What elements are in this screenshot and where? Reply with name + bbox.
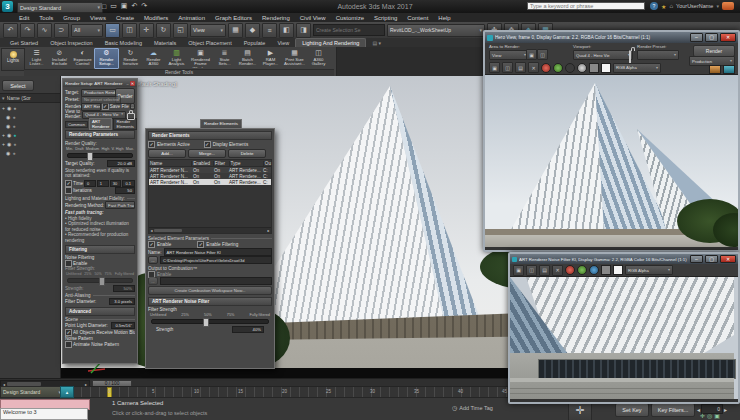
maximize-icon[interactable]: ▢: [705, 255, 718, 263]
preset-dropdown[interactable]: No preset selected▾: [81, 96, 121, 104]
iterations-checkbox[interactable]: [65, 187, 72, 194]
close-icon[interactable]: ✕: [130, 81, 135, 86]
maxscript-listener-white[interactable]: Welcome to 3: [0, 408, 88, 420]
tab-render-elements[interactable]: Render Elements: [113, 118, 136, 130]
explorer-select-button[interactable]: Select: [2, 80, 34, 91]
select-region-icon[interactable]: ◫: [122, 23, 137, 38]
element-path-field[interactable]: C:\Desktop\Projects\UiteForce\GeletsDraw…: [160, 256, 272, 264]
menu-content[interactable]: Content: [402, 15, 433, 21]
element-enable-checkbox[interactable]: ✓: [148, 241, 155, 248]
menu-animation[interactable]: Animation: [173, 15, 210, 21]
table-row[interactable]: ART Renderer N... On On ART Rendere... C…: [149, 167, 271, 173]
ribbon-btn-ram-player[interactable]: ▶ RAM Player...: [259, 49, 282, 68]
visibility-eye-icon[interactable]: ◉: [7, 132, 11, 138]
workspace-apply-button[interactable]: ▴: [60, 386, 74, 398]
visibility-eye-icon[interactable]: ◉: [6, 150, 10, 156]
render-quality-slider[interactable]: [67, 153, 133, 158]
create-combustion-workspace-button[interactable]: Create Combustion Workspace Now...: [148, 286, 272, 295]
user-menu-caret-icon[interactable]: ▾: [716, 3, 719, 9]
maximize-icon[interactable]: ▢: [705, 33, 718, 42]
signin-user[interactable]: YourUserName: [676, 3, 713, 9]
alpha-channel-button[interactable]: [601, 265, 611, 275]
blue-channel-button[interactable]: [589, 265, 599, 275]
explorer-row[interactable]: ◉ ●: [0, 121, 60, 130]
ribbon-btn-light-lister[interactable]: ☰ Light Lister...: [25, 49, 48, 68]
layer-dropdown[interactable]: RevitLOD_.._WorkSheetUp▾: [387, 24, 485, 37]
lock-view-icon[interactable]: [127, 113, 135, 120]
target-quality-spinner[interactable]: 20.0 dB: [107, 160, 135, 167]
thumb-swatch-teal[interactable]: [723, 65, 735, 74]
explorer-row[interactable]: ◉ ●: [0, 112, 60, 121]
explorer-row[interactable]: + ◉ ●: [0, 103, 60, 112]
rotate-tool-icon[interactable]: ↻: [156, 23, 171, 38]
table-row[interactable]: ART Renderer N... On On ART Rendere... C…: [149, 173, 271, 179]
menu-tools[interactable]: Tools: [34, 15, 58, 21]
strength-spinner[interactable]: 50%: [113, 285, 135, 292]
menu-civil-view[interactable]: Civil View: [295, 15, 331, 21]
menu-create[interactable]: Create: [111, 15, 139, 21]
element-enable-filtering-checkbox[interactable]: ✓: [197, 241, 204, 248]
red-channel-button[interactable]: [565, 265, 575, 275]
combustion-browse-button[interactable]: ...: [148, 277, 158, 285]
ribbon-tab-populate[interactable]: Populate: [238, 40, 272, 46]
channel-display-dropdown[interactable]: RGB Alpha▾: [625, 265, 673, 275]
ribbon-btn-batch-render[interactable]: ▤ Batch Render...: [236, 49, 259, 68]
percent-snap-icon[interactable]: ≡: [262, 23, 277, 38]
tab-common[interactable]: Common: [65, 121, 88, 128]
explorer-name-header[interactable]: Name (Sor: [7, 95, 31, 101]
rollout-advanced[interactable]: Advanced: [65, 307, 135, 316]
menu-help[interactable]: Help: [433, 15, 455, 21]
renderer-dropdown[interactable]: ART Renderer▾: [81, 103, 101, 111]
color-swatch[interactable]: [601, 63, 611, 73]
render-setup-titlebar[interactable]: Render Setup: ART Renderer – ✕: [63, 79, 137, 87]
clear-image-icon[interactable]: ✕: [528, 62, 539, 73]
expand-icon[interactable]: +: [2, 132, 5, 138]
workspace-selector[interactable]: Design Standard▾: [0, 386, 64, 398]
frame-viewport-dropdown[interactable]: Quad 4 - Hero Vie▾: [573, 50, 633, 60]
rollout-rendering-parameters[interactable]: Rendering Parameters: [65, 130, 135, 139]
ribbon-tab-object-inspection[interactable]: Object Inspection: [44, 40, 99, 46]
ribbon-tab-view[interactable]: View: [271, 40, 295, 46]
ribbon-btn-render-iterative[interactable]: ↻ Render Iterative: [119, 49, 142, 68]
animate-noise-checkbox[interactable]: [65, 341, 72, 348]
save-image-icon[interactable]: ▣: [513, 265, 524, 276]
noise-filter-strength-slider[interactable]: [151, 319, 269, 324]
app-logo-icon[interactable]: 3: [2, 1, 13, 12]
angle-snap-icon[interactable]: ◆: [245, 23, 260, 38]
visibility-eye-icon[interactable]: ◉: [6, 114, 10, 120]
help-icon[interactable]: ?: [650, 2, 658, 10]
comm-center-icon[interactable]: [722, 2, 734, 10]
ribbon-btn-render-setup[interactable]: ⚙ Render Setup...: [94, 48, 119, 69]
menu-graph-editors[interactable]: Graph Editors: [210, 15, 257, 21]
delete-element-button[interactable]: Delete: [228, 149, 266, 158]
noise-window-titlebar[interactable]: ART Renderer Noise Filter Kl, Display Ga…: [510, 254, 738, 264]
time-f-spinner[interactable]: 0.1: [122, 180, 135, 187]
open-file-icon[interactable]: ▭: [110, 2, 117, 10]
ribbon-tab-lighting-rendering[interactable]: Lighting And Rendering: [295, 38, 366, 47]
save-file-browse-button[interactable]: ...: [130, 103, 135, 110]
area-to-render-dropdown[interactable]: View▾: [489, 50, 529, 60]
rollout-art-noise-filter[interactable]: ART Renderer Noise Filter: [148, 297, 272, 306]
tab-art-renderer[interactable]: ART Renderer: [89, 118, 112, 130]
render-preset-dropdown[interactable]: ▾: [637, 50, 679, 60]
maximize-viewport-icon[interactable]: ▣: [714, 412, 720, 419]
ribbon-tab-object-placement[interactable]: Object Placement: [182, 40, 237, 46]
visibility-eye-icon[interactable]: ◉: [6, 123, 10, 129]
iterations-spinner[interactable]: 50: [115, 187, 135, 194]
point-light-diameter-spinner[interactable]: 0.5m/16": [111, 322, 135, 329]
menu-rendering[interactable]: Rendering: [257, 15, 295, 21]
display-elements-checkbox[interactable]: ✓: [204, 141, 211, 148]
ribbon-btn-print-size[interactable]: ▦ Print Size Assistant...: [282, 49, 307, 68]
undo-icon[interactable]: ↶: [3, 23, 18, 38]
orbit-view-icon[interactable]: ◎: [707, 412, 712, 419]
time-m-spinner[interactable]: 1: [97, 180, 109, 187]
green-channel-button[interactable]: [577, 265, 587, 275]
new-file-icon[interactable]: □: [102, 3, 106, 10]
close-icon[interactable]: ✕: [720, 33, 736, 42]
menu-scripting[interactable]: Scripting: [369, 15, 402, 21]
minimize-icon[interactable]: –: [690, 255, 703, 263]
motion-blur-checkbox[interactable]: ✓: [65, 329, 72, 336]
blue-channel-button[interactable]: [565, 63, 575, 73]
minimize-icon[interactable]: –: [690, 33, 703, 42]
expand-icon[interactable]: +: [2, 105, 5, 111]
